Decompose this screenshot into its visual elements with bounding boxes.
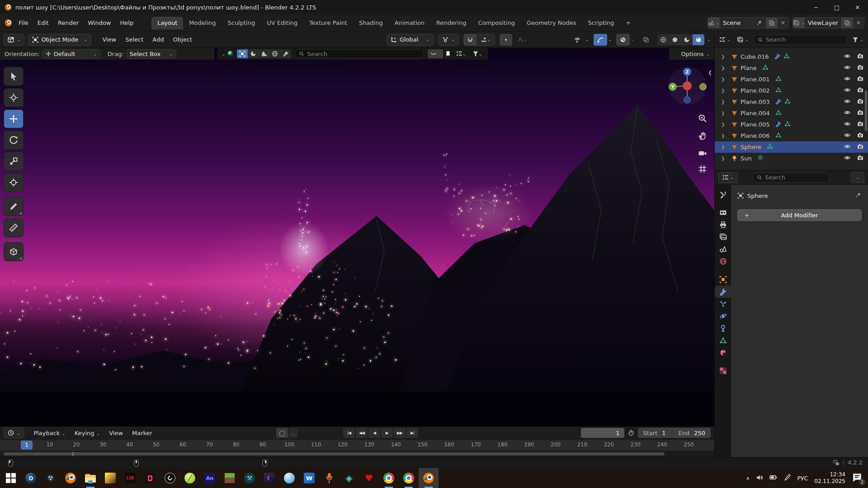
object-name[interactable]: Plane.006	[741, 132, 770, 139]
close-button[interactable]: ✕	[847, 0, 868, 14]
viewport-search-input[interactable]: Search	[295, 49, 424, 58]
screen-filter-toggle[interactable]	[237, 49, 248, 58]
editor-type-button[interactable]: ⌄	[4, 34, 24, 46]
taskbar-app-gem[interactable]: ◈	[339, 468, 359, 488]
taskbar-app-square-app[interactable]	[140, 468, 160, 488]
object-name[interactable]: Cube.016	[741, 53, 769, 60]
funnel-filter[interactable]: ⌄	[469, 49, 486, 58]
tool-rotate[interactable]	[4, 131, 24, 150]
disable-in-renders-toggle[interactable]	[854, 87, 863, 94]
next-keyframe-button[interactable]: ▶▶	[394, 428, 406, 438]
end-frame-field[interactable]: 250	[694, 430, 705, 436]
shading-wireframe-button[interactable]	[657, 34, 669, 45]
timeline-scrollbar[interactable]	[4, 452, 665, 455]
taskbar-app-night[interactable]: ☾	[259, 468, 279, 488]
outliner-search-input[interactable]: Search	[753, 35, 848, 45]
taskbar-app-steam[interactable]	[21, 468, 41, 488]
disable-in-renders-toggle[interactable]	[854, 155, 863, 162]
properties-options-chevron[interactable]: ⌄	[851, 172, 864, 183]
tray-expand-icon[interactable]: ∧	[746, 475, 750, 481]
viewport-menu-view[interactable]: View	[98, 34, 121, 45]
tool-annotate[interactable]	[4, 197, 24, 216]
workspace-tab-scripting[interactable]: Scripting	[582, 17, 620, 29]
object-name[interactable]: Sphere	[741, 144, 761, 150]
expand-icon[interactable]: ❯	[721, 156, 728, 161]
object-name[interactable]: Cube.015	[741, 48, 769, 48]
workspace-tab-layout[interactable]: Layout	[151, 17, 183, 29]
object-name[interactable]: Plane	[741, 65, 757, 71]
play-button[interactable]: ▶	[381, 428, 393, 438]
properties-tab-modifiers[interactable]	[715, 286, 731, 298]
properties-tab-physics[interactable]	[715, 310, 731, 322]
hide-in-viewport-toggle[interactable]	[841, 64, 850, 72]
taskbar-app-blender[interactable]	[419, 468, 439, 488]
menu-edit[interactable]: Edit	[33, 18, 53, 28]
add-workspace-button[interactable]: +	[620, 17, 637, 29]
taskbar-app-obs[interactable]	[160, 468, 180, 488]
expand-icon[interactable]: ❯	[721, 145, 728, 150]
jump-to-end-button[interactable]: ▶|	[406, 428, 418, 438]
maximize-button[interactable]: □	[826, 0, 847, 14]
taskbar-app-word[interactable]: W	[299, 468, 319, 488]
taskbar-app-chrome[interactable]	[379, 468, 399, 488]
language-indicator[interactable]: РУС	[797, 475, 808, 482]
current-frame-badge[interactable]: 1	[21, 441, 33, 450]
workspace-tab-compositing[interactable]: Compositing	[472, 17, 521, 29]
disable-in-renders-toggle[interactable]	[854, 98, 863, 106]
hide-in-viewport-toggle[interactable]	[841, 121, 850, 128]
notification-center-icon[interactable]: 2	[852, 472, 863, 484]
workspace-tab-texture-paint[interactable]: Texture Paint	[303, 17, 353, 29]
object-name[interactable]: Plane.002	[741, 87, 770, 94]
gizmo-x-axis[interactable]	[683, 81, 692, 90]
bookmark-toggle[interactable]	[443, 49, 453, 58]
auto-keying-options[interactable]: ⌄	[289, 428, 298, 438]
disable-in-renders-toggle[interactable]	[854, 143, 863, 151]
shading-filter-toggle[interactable]	[248, 49, 259, 58]
drag-dropdown[interactable]: Select Box ⌄	[127, 49, 176, 59]
outliner-row-cube-016[interactable]: ❯Cube.016	[715, 51, 868, 62]
scene-type-icon[interactable]: ⌄	[708, 18, 720, 28]
outliner-funnel-filter[interactable]: ⌄	[850, 34, 865, 46]
properties-tab-output[interactable]	[715, 219, 731, 231]
shading-solid-button[interactable]	[669, 34, 681, 45]
proportional-editing-toggle[interactable]	[500, 34, 512, 46]
properties-tab-object[interactable]	[715, 273, 731, 286]
xray-toggle[interactable]	[639, 34, 653, 46]
disable-in-renders-toggle[interactable]	[854, 75, 863, 83]
properties-tab-world[interactable]	[715, 255, 731, 267]
timeline-menu-marker[interactable]: Marker	[127, 428, 157, 438]
viewport-menu-object[interactable]: Object	[169, 34, 197, 45]
outliner-row-plane-003[interactable]: ❯Plane.003	[715, 96, 868, 108]
unlink-scene-button[interactable]: ✕	[778, 18, 788, 28]
brush-filter-toggle[interactable]	[280, 49, 291, 58]
zoom-tool-icon[interactable]	[698, 114, 708, 124]
scene-selector[interactable]: ⌄ Scene ✕	[708, 17, 789, 28]
taskbar-app-mic[interactable]	[319, 468, 339, 488]
volume-icon[interactable]	[756, 474, 763, 483]
properties-search-input[interactable]: Search	[752, 173, 829, 183]
properties-tab-tool[interactable]	[715, 188, 731, 201]
taskbar-app-heart[interactable]: ♥	[359, 468, 379, 488]
taskbar-app-blender[interactable]	[61, 468, 80, 488]
workspace-tab-shading[interactable]: Shading	[353, 17, 389, 29]
curve-toggle[interactable]: ⌄	[428, 49, 443, 58]
taskbar-app-sphere[interactable]	[279, 468, 299, 488]
timeline-menu-playback[interactable]: Playback ⌄	[29, 428, 70, 438]
pin-icon[interactable]	[855, 192, 862, 200]
ortho-grid-icon[interactable]	[698, 164, 708, 174]
blender-menu-icon[interactable]	[5, 19, 12, 27]
workspace-tab-uv-editing[interactable]: UV Editing	[261, 17, 303, 29]
object-name[interactable]: Plane.001	[741, 76, 770, 83]
tool-measure[interactable]	[4, 218, 24, 237]
taskbar-app-animate[interactable]: An	[200, 468, 220, 488]
options-button[interactable]: Options	[681, 51, 703, 57]
disable-in-renders-toggle[interactable]	[854, 121, 863, 128]
gizmo-neg-z-axis[interactable]	[684, 97, 691, 103]
properties-tab-material[interactable]	[715, 347, 731, 359]
expand-icon[interactable]: ❯	[721, 77, 728, 82]
taskbar-app-explorer[interactable]	[80, 468, 100, 488]
expand-icon[interactable]: ❯	[721, 54, 728, 59]
object-name[interactable]: Plane.005	[741, 121, 770, 128]
object-name[interactable]: Sun	[741, 155, 752, 162]
hide-in-viewport-toggle[interactable]	[841, 87, 850, 94]
